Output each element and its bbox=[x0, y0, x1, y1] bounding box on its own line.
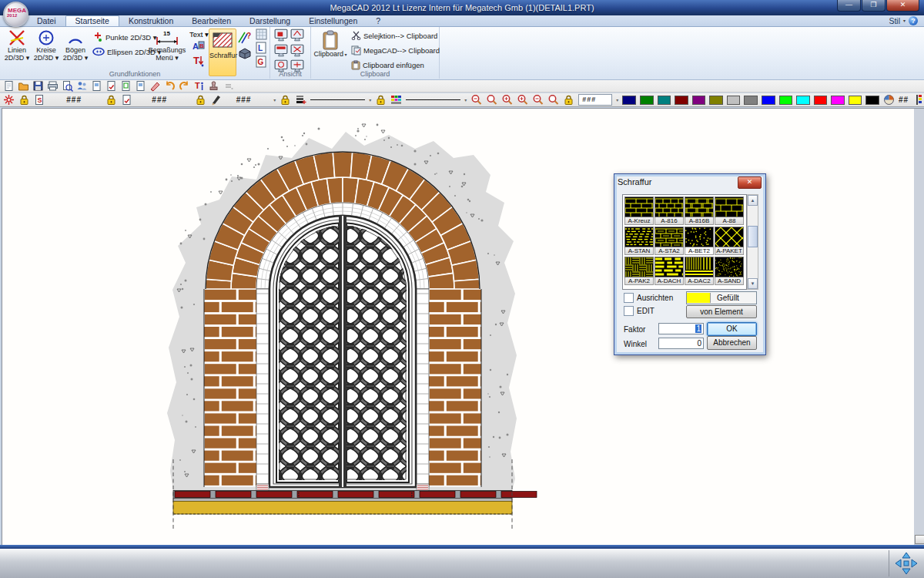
line-style-preview[interactable] bbox=[406, 99, 460, 100]
palette-color-13[interactable] bbox=[849, 96, 862, 105]
abbrechen-button[interactable]: Abbrechen bbox=[707, 336, 757, 350]
pattern-a-pak2[interactable]: A-PAK2 bbox=[624, 257, 654, 285]
dialog-close-button[interactable]: ✕ bbox=[738, 176, 762, 189]
line-color-rows-icon[interactable] bbox=[390, 94, 402, 106]
canvas-corner-button[interactable] bbox=[915, 535, 924, 544]
pattern-swatch[interactable] bbox=[624, 197, 654, 217]
palette-color-5[interactable] bbox=[709, 96, 723, 105]
view-monitor-icon[interactable] bbox=[290, 29, 304, 42]
line-style-preview[interactable] bbox=[310, 99, 365, 100]
pattern-swatch[interactable] bbox=[685, 197, 714, 217]
zoom-in-plus-icon[interactable] bbox=[501, 94, 513, 106]
kreise-2d3d-button[interactable]: Kreise2D/3D ▾ bbox=[32, 29, 61, 62]
palette-color-3[interactable] bbox=[675, 96, 688, 105]
sheet-check-icon[interactable] bbox=[105, 80, 117, 92]
pattern-a-paket[interactable]: A-PAKET bbox=[715, 227, 744, 255]
pattern-a-dach[interactable]: A-DACH bbox=[654, 257, 684, 285]
pan-arrows-icon[interactable] bbox=[895, 552, 918, 575]
snap-point-icon[interactable] bbox=[3, 94, 15, 106]
pattern-swatch[interactable] bbox=[685, 227, 714, 247]
layer-select-icon[interactable]: S bbox=[34, 94, 45, 106]
palette-color-8[interactable] bbox=[762, 96, 775, 105]
sheet-frame-icon[interactable] bbox=[120, 80, 132, 92]
restore-button[interactable]: ❐ bbox=[862, 0, 886, 12]
view-monitor-icon[interactable] bbox=[290, 44, 304, 57]
text-style-icon[interactable]: A B bbox=[192, 40, 206, 52]
color-combo[interactable]: ### bbox=[578, 94, 612, 106]
zoom-minus-icon[interactable] bbox=[532, 94, 544, 106]
von-element-button[interactable]: von Element bbox=[686, 305, 757, 318]
group-lock-icon[interactable] bbox=[105, 94, 117, 106]
clipboard-big-button[interactable]: Clipboard ▾ bbox=[313, 29, 347, 59]
pattern-swatch[interactable] bbox=[715, 197, 744, 217]
pen-lock-icon[interactable] bbox=[195, 94, 206, 106]
clipboard-einfuegen-button[interactable]: Clipboard einfügen bbox=[351, 60, 424, 70]
pattern-swatch[interactable] bbox=[685, 257, 714, 277]
pattern-a-sand[interactable]: A-SAND bbox=[715, 257, 744, 285]
palette-color-14[interactable] bbox=[865, 96, 879, 105]
bemassung-menu-button[interactable]: 15 BemaßungsMenü ▾ bbox=[148, 29, 186, 62]
minimize-button[interactable]: — bbox=[837, 0, 861, 12]
pattern-swatch[interactable] bbox=[715, 257, 744, 277]
checkbox-box[interactable] bbox=[624, 306, 634, 316]
ok-button[interactable]: OK bbox=[707, 322, 757, 336]
faktor-input[interactable]: 1 bbox=[658, 323, 704, 334]
palette-color-0[interactable] bbox=[622, 96, 636, 105]
text-menu-button[interactable]: Text ▾ bbox=[189, 30, 209, 39]
new-file-icon[interactable] bbox=[3, 80, 15, 92]
color-lock-icon[interactable] bbox=[563, 94, 574, 106]
help-icon[interactable]: ? bbox=[909, 16, 918, 25]
open-file-icon[interactable] bbox=[18, 80, 29, 92]
redo-icon[interactable] bbox=[179, 80, 190, 92]
color-wheel-icon[interactable] bbox=[883, 94, 895, 106]
stamp-icon[interactable] bbox=[208, 80, 219, 92]
palette-color-9[interactable] bbox=[779, 96, 793, 105]
edit-checkbox[interactable]: EDIT bbox=[624, 306, 654, 316]
view-monitor-icon[interactable] bbox=[274, 29, 288, 42]
text-info-icon[interactable]: T bbox=[193, 80, 205, 92]
sheet-view-icon[interactable] bbox=[135, 80, 146, 92]
save-icon[interactable] bbox=[32, 80, 44, 92]
sheet-blue-icon[interactable] bbox=[91, 80, 102, 92]
pen-combo[interactable]: ### bbox=[236, 96, 252, 104]
dropdown-caret-icon[interactable]: ▾ bbox=[273, 97, 276, 102]
zoom-in-icon[interactable] bbox=[517, 94, 528, 106]
delete-icon[interactable] bbox=[149, 80, 161, 92]
tab-darstellung[interactable]: Darstellung bbox=[240, 15, 300, 26]
tab-konstruktion[interactable]: Konstruktion bbox=[119, 15, 182, 26]
dropdown-caret-icon[interactable]: ▾ bbox=[369, 97, 371, 102]
layer-lock-icon[interactable] bbox=[18, 94, 30, 106]
pattern-swatch[interactable] bbox=[654, 197, 684, 217]
zoom-window-icon[interactable] bbox=[486, 94, 497, 106]
pattern-swatch[interactable] bbox=[624, 257, 654, 277]
fill-color-swatch[interactable] bbox=[687, 293, 711, 303]
palette-color-6[interactable] bbox=[727, 96, 741, 105]
group-select-icon[interactable] bbox=[121, 94, 132, 106]
dropdown-caret-icon[interactable]: ▾ bbox=[616, 97, 618, 102]
pattern-scrollbar[interactable]: ▲ ▼ bbox=[747, 194, 758, 290]
layer-combo[interactable]: ### bbox=[66, 96, 82, 104]
view-monitor-icon[interactable] bbox=[274, 44, 288, 57]
pattern-swatch[interactable] bbox=[654, 257, 684, 277]
pattern-a-sta2[interactable]: A-STA2 bbox=[654, 227, 684, 255]
pattern-a-kreuz[interactable]: A-Kreuz bbox=[624, 197, 654, 225]
undo-icon[interactable] bbox=[164, 80, 176, 92]
zoom-out-icon[interactable] bbox=[470, 94, 482, 106]
tab-?[interactable]: ? bbox=[367, 15, 390, 26]
session-icon[interactable] bbox=[76, 80, 88, 92]
linestyle-lock-icon[interactable] bbox=[375, 94, 387, 106]
solid-3d-icon[interactable] bbox=[237, 47, 253, 59]
palette-color-2[interactable] bbox=[658, 96, 671, 105]
linewidth-lock-icon[interactable] bbox=[280, 94, 291, 106]
pattern-swatch[interactable] bbox=[715, 227, 744, 247]
pattern-swatch[interactable] bbox=[624, 227, 654, 247]
pattern-a-816[interactable]: A-816 bbox=[654, 197, 684, 225]
pattern-a-dac2[interactable]: A-DAC2 bbox=[685, 257, 714, 285]
palette-color-11[interactable] bbox=[814, 96, 828, 105]
grid-icon[interactable] bbox=[256, 29, 267, 40]
scroll-thumb[interactable] bbox=[748, 226, 758, 247]
hash-label[interactable]: ## bbox=[899, 96, 909, 104]
pattern-swatch[interactable] bbox=[654, 227, 684, 247]
group-g-icon[interactable]: G bbox=[256, 55, 267, 68]
pen-style-icon[interactable] bbox=[210, 94, 222, 106]
